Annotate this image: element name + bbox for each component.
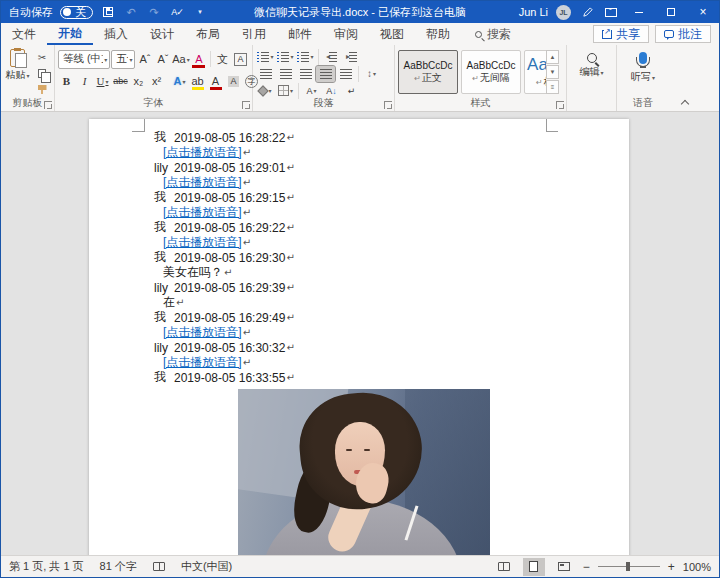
qat-customize-icon[interactable]: ▾ xyxy=(192,5,208,19)
zoom-level[interactable]: 100% xyxy=(683,561,711,573)
ribbon-display-options-icon[interactable] xyxy=(603,5,619,19)
justify-icon[interactable] xyxy=(316,66,335,82)
read-mode-button[interactable] xyxy=(493,558,515,576)
styles-more-icon[interactable]: ≡ xyxy=(546,80,559,94)
increase-indent-icon[interactable]: ▸ xyxy=(342,49,361,65)
copy-icon[interactable] xyxy=(33,66,51,81)
voice-playback-link[interactable]: [点击播放语音] xyxy=(163,234,242,251)
bold-button[interactable]: B xyxy=(58,71,75,91)
message-timestamp: 2019-08-05 16:29:15 xyxy=(174,191,285,205)
superscript-button[interactable]: x² xyxy=(148,71,165,91)
embedded-photo[interactable] xyxy=(238,389,490,557)
tab-home[interactable]: 开始 xyxy=(47,23,93,45)
shrink-font-icon[interactable]: Aˇ xyxy=(154,49,171,69)
tab-references[interactable]: 引用 xyxy=(231,23,277,45)
web-layout-button[interactable] xyxy=(553,558,575,576)
underline-button[interactable]: U xyxy=(94,71,111,91)
highlight-color-icon[interactable]: ab xyxy=(189,71,206,91)
save-icon[interactable] xyxy=(100,5,116,19)
decrease-indent-icon[interactable]: ◂ xyxy=(322,49,341,65)
change-case-icon[interactable]: Aa xyxy=(172,49,189,69)
font-size-combo[interactable]: 五号 xyxy=(111,50,135,69)
styles-dialog-launcher[interactable] xyxy=(556,101,564,109)
language-indicator[interactable]: 中文(中国) xyxy=(181,559,232,574)
minimize-button[interactable] xyxy=(627,2,651,22)
numbering-icon[interactable] xyxy=(276,49,295,65)
zoom-slider[interactable] xyxy=(598,566,660,567)
font-dialog-launcher[interactable] xyxy=(242,101,250,109)
grow-font-icon[interactable]: Aˆ xyxy=(136,49,153,69)
zoom-in-button[interactable]: + xyxy=(668,560,675,574)
italic-button[interactable]: I xyxy=(76,71,93,91)
chat-message-line: 在↵ xyxy=(89,295,629,310)
voice-playback-link[interactable]: [点击播放语音] xyxy=(163,144,242,161)
style-normal[interactable]: AaBbCcDc 正文 xyxy=(398,50,458,94)
phonetic-guide-icon[interactable]: 文 xyxy=(214,49,231,69)
paste-button[interactable]: 粘贴 xyxy=(4,48,31,97)
paragraph-mark-icon: ↵ xyxy=(243,177,251,188)
voice-playback-link[interactable]: [点击播放语音] xyxy=(163,204,242,221)
font-color-icon[interactable]: A xyxy=(207,71,224,91)
avatar[interactable]: JL xyxy=(556,5,571,20)
tab-help[interactable]: 帮助 xyxy=(415,23,461,45)
message-timestamp: 2019-08-05 16:29:01 xyxy=(174,161,285,175)
page[interactable]: 我2019-08-05 16:28:22↵[点击播放语音]↵lily2019-0… xyxy=(89,119,629,557)
tab-view[interactable]: 视图 xyxy=(369,23,415,45)
tab-review[interactable]: 审阅 xyxy=(323,23,369,45)
tab-insert[interactable]: 插入 xyxy=(93,23,139,45)
strikethrough-button[interactable]: abc xyxy=(112,71,129,91)
subscript-button[interactable]: x₂ xyxy=(130,71,147,91)
voice-playback-link[interactable]: [点击播放语音] xyxy=(163,324,242,341)
document-area[interactable]: 我2019-08-05 16:28:22↵[点击播放语音]↵lily2019-0… xyxy=(1,112,719,557)
voice-playback-link[interactable]: [点击播放语音] xyxy=(163,174,242,191)
bullets-icon[interactable] xyxy=(256,49,275,65)
style-no-spacing[interactable]: AaBbCcDc 无间隔 xyxy=(461,50,521,94)
style-heading1[interactable]: AaBbC 标题 1 xyxy=(524,50,546,94)
align-left-icon[interactable] xyxy=(256,66,275,82)
page-indicator[interactable]: 第 1 页, 共 1 页 xyxy=(9,559,84,574)
dictate-button[interactable]: 听写 xyxy=(620,48,666,84)
search-box[interactable]: 搜索 xyxy=(475,23,511,45)
undo-icon[interactable]: ↶ xyxy=(123,5,139,19)
styles-scroll-down-icon[interactable]: ▼ xyxy=(546,65,559,79)
editing-button[interactable]: 编辑 xyxy=(570,48,613,79)
chat-speaker-line: lily2019-08-05 16:30:32↵ xyxy=(89,340,629,355)
user-name[interactable]: Jun Li xyxy=(519,6,548,18)
clipboard-dialog-launcher[interactable] xyxy=(44,101,52,109)
align-center-icon[interactable] xyxy=(276,66,295,82)
font-name-combo[interactable]: 等线 (中文正文) xyxy=(58,50,110,69)
redo-icon[interactable]: ↷ xyxy=(146,5,162,19)
comments-button[interactable]: 批注 xyxy=(655,25,711,43)
spellcheck-icon[interactable]: A✓ xyxy=(169,5,185,19)
zoom-slider-thumb[interactable] xyxy=(626,562,630,571)
align-right-icon[interactable] xyxy=(296,66,315,82)
character-shading-icon[interactable]: A xyxy=(225,71,242,91)
share-button[interactable]: 共享 xyxy=(593,25,649,43)
line-spacing-icon[interactable]: ↕ xyxy=(362,66,381,82)
word-count[interactable]: 81 个字 xyxy=(100,559,137,574)
format-painter-icon[interactable] xyxy=(33,82,51,97)
tab-file[interactable]: 文件 xyxy=(1,23,47,45)
collapse-ribbon-icon[interactable] xyxy=(682,99,689,106)
maximize-button[interactable] xyxy=(659,2,683,22)
tab-design[interactable]: 设计 xyxy=(139,23,185,45)
distribute-icon[interactable] xyxy=(336,66,355,82)
proofing-icon[interactable] xyxy=(153,562,165,571)
voice-playback-link[interactable]: [点击播放语音] xyxy=(163,354,242,371)
character-border-icon[interactable]: A xyxy=(232,49,249,69)
text-effects-icon[interactable]: A xyxy=(171,71,188,91)
chat-message-line: [点击播放语音]↵ xyxy=(89,355,629,370)
tab-mailings[interactable]: 邮件 xyxy=(277,23,323,45)
edit-pencil-icon[interactable] xyxy=(579,5,595,19)
paragraph-dialog-launcher[interactable] xyxy=(384,101,392,109)
multilevel-list-icon[interactable] xyxy=(296,49,315,65)
group-styles: AaBbCcDc 正文 AaBbCcDc 无间隔 AaBbC 标题 1 ▲ ▼ … xyxy=(395,45,567,111)
print-layout-button[interactable] xyxy=(523,558,545,576)
autosave-toggle[interactable]: 关 xyxy=(60,6,93,19)
styles-scroll-up-icon[interactable]: ▲ xyxy=(546,50,559,64)
close-button[interactable]: × xyxy=(691,2,715,22)
zoom-out-button[interactable]: − xyxy=(583,560,590,574)
clear-formatting-icon[interactable]: A xyxy=(190,49,207,69)
cut-icon[interactable]: ✂ xyxy=(33,50,51,65)
tab-layout[interactable]: 布局 xyxy=(185,23,231,45)
